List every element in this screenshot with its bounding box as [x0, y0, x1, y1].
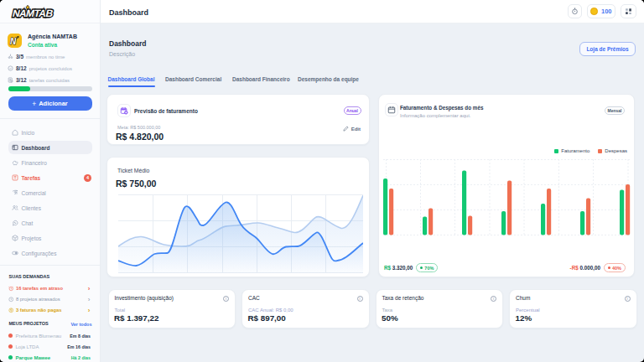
svg-text:NAMTAB: NAMTAB [12, 8, 55, 19]
svg-text:N: N [10, 37, 17, 46]
